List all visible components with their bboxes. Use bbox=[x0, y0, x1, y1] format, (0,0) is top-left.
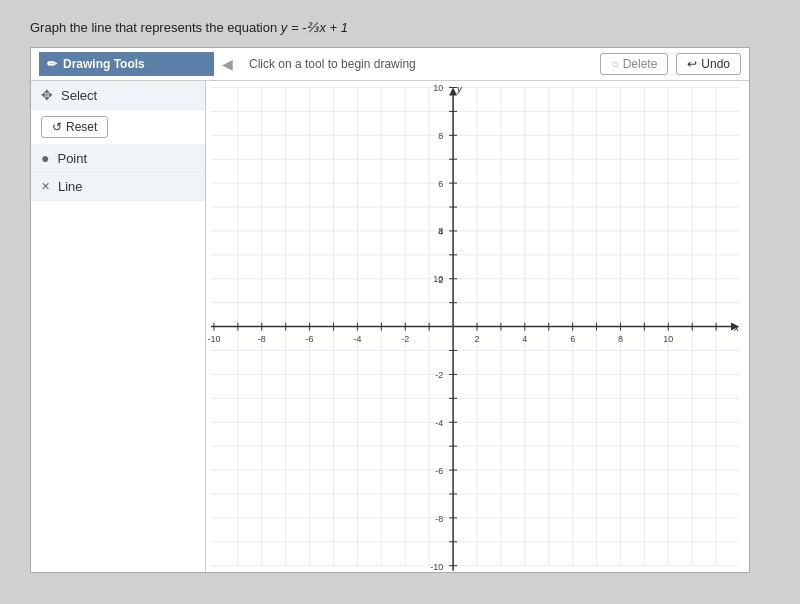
line-label: Line bbox=[58, 179, 83, 194]
svg-text:2: 2 bbox=[438, 275, 443, 285]
svg-text:-10: -10 bbox=[207, 334, 220, 344]
question-text: Graph the line that represents the equat… bbox=[30, 20, 770, 35]
svg-text:-6: -6 bbox=[435, 466, 443, 476]
svg-text:8: 8 bbox=[618, 334, 623, 344]
line-icon: ✕ bbox=[41, 180, 50, 193]
svg-text:-2: -2 bbox=[435, 370, 443, 380]
point-tool[interactable]: ● Point bbox=[31, 144, 205, 173]
undo-button[interactable]: ↩ Undo bbox=[676, 53, 741, 75]
svg-text:-2: -2 bbox=[401, 334, 409, 344]
svg-text:4: 4 bbox=[438, 227, 443, 237]
toolbar-hint: Click on a tool to begin drawing bbox=[241, 57, 592, 71]
svg-text:4: 4 bbox=[522, 334, 527, 344]
reset-button[interactable]: ↺ Reset bbox=[41, 116, 108, 138]
svg-text:y: y bbox=[456, 83, 463, 94]
svg-text:-8: -8 bbox=[258, 334, 266, 344]
svg-text:-4: -4 bbox=[353, 334, 361, 344]
reset-label: Reset bbox=[66, 120, 97, 134]
point-label: Point bbox=[57, 151, 87, 166]
drawing-tools-header: ✏ Drawing Tools bbox=[39, 52, 214, 76]
main-panel: ✏ Drawing Tools ◀ Click on a tool to beg… bbox=[30, 47, 750, 573]
reset-row: ↺ Reset bbox=[31, 110, 205, 144]
left-tools-panel: ✥ Select ↺ Reset ● Point ✕ bbox=[31, 81, 206, 572]
delete-button[interactable]: ○ Delete bbox=[600, 53, 668, 75]
chevron-icon: ◀ bbox=[222, 56, 233, 72]
svg-text:-10: -10 bbox=[430, 562, 443, 572]
select-label: Select bbox=[61, 88, 97, 103]
svg-text:6: 6 bbox=[570, 334, 575, 344]
page-container: Graph the line that represents the equat… bbox=[0, 0, 800, 604]
equation-text: y = -⅔x + 1 bbox=[281, 20, 348, 35]
select-icon: ✥ bbox=[41, 87, 53, 103]
coordinate-graph: -10 -8 -6 -4 -2 2 4 6 8 10 x bbox=[206, 81, 749, 572]
pencil-icon: ✏ bbox=[47, 57, 57, 71]
point-icon: ● bbox=[41, 150, 49, 166]
svg-text:8: 8 bbox=[438, 131, 443, 141]
undo-icon: ↩ bbox=[687, 57, 697, 71]
svg-text:-8: -8 bbox=[435, 514, 443, 524]
svg-text:10: 10 bbox=[663, 334, 673, 344]
content-row: ✥ Select ↺ Reset ● Point ✕ bbox=[31, 81, 749, 572]
toolbar-row: ✏ Drawing Tools ◀ Click on a tool to beg… bbox=[31, 48, 749, 81]
svg-text:x: x bbox=[733, 322, 740, 333]
svg-text:6: 6 bbox=[438, 179, 443, 189]
svg-marker-45 bbox=[449, 87, 457, 95]
reset-icon: ↺ bbox=[52, 120, 62, 134]
question-prefix: Graph the line that represents the equat… bbox=[30, 20, 281, 35]
svg-text:-6: -6 bbox=[306, 334, 314, 344]
graph-area[interactable]: -10 -8 -6 -4 -2 2 4 6 8 10 x bbox=[206, 81, 749, 572]
svg-text:10: 10 bbox=[433, 83, 443, 93]
select-tool[interactable]: ✥ Select bbox=[31, 81, 205, 110]
line-tool[interactable]: ✕ Line bbox=[31, 173, 205, 201]
delete-circle-icon: ○ bbox=[611, 57, 618, 71]
svg-text:-4: -4 bbox=[435, 418, 443, 428]
drawing-tools-label: Drawing Tools bbox=[63, 57, 145, 71]
svg-text:2: 2 bbox=[475, 334, 480, 344]
